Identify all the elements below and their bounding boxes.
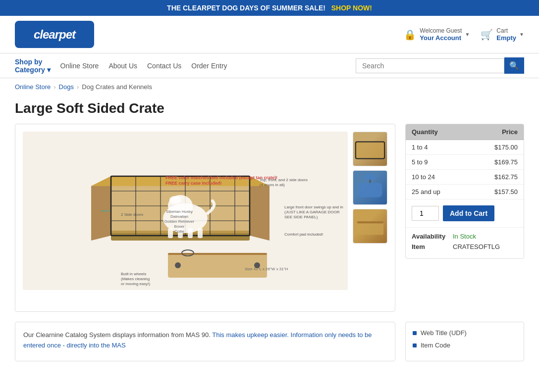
cart-top-label: Cart: [496, 27, 516, 34]
account-icon: 🔒: [403, 28, 417, 42]
svg-rect-27: [168, 253, 267, 278]
item-sku: CRATESOFTLG: [453, 243, 500, 250]
thumbnail-3[interactable]: [353, 209, 387, 244]
svg-point-52: [364, 174, 376, 180]
svg-text:Size 42"L x 28"W x 31"H: Size 42"L x 28"W x 31"H: [245, 267, 288, 271]
svg-rect-19: [188, 228, 193, 238]
pricing-price: $157.50: [469, 185, 524, 199]
search-input[interactable]: [356, 58, 504, 73]
cart-menu[interactable]: 🛒 Cart Empty ▼: [480, 27, 524, 42]
nav-online-store[interactable]: Online Store: [60, 62, 99, 70]
cart-main-label: Empty: [496, 34, 516, 42]
breadcrumb-sep-1: ›: [54, 83, 55, 91]
side-info-item-2: Item Code: [413, 342, 517, 349]
account-menu[interactable]: 🔒 Welcome Guest Your Account ▼: [403, 27, 470, 42]
add-to-cart-button[interactable]: Add to Cart: [443, 205, 494, 221]
thumbnail-2[interactable]: [353, 170, 387, 205]
svg-text:(JUST LIKE A GARAGE DOOR: (JUST LIKE A GARAGE DOOR: [284, 210, 340, 214]
svg-rect-17: [168, 228, 173, 238]
top-banner: THE CLEARPET DOG DAYS OF SUMMER SALE! SH…: [0, 0, 539, 16]
nav-about-us[interactable]: About Us: [108, 62, 137, 70]
bullet-icon-2: [413, 343, 417, 347]
svg-rect-54: [357, 221, 383, 223]
cart-dropdown-arrow: ▼: [519, 32, 524, 37]
breadcrumb-current: Dog Crates and Kennels: [82, 83, 152, 91]
svg-rect-50: [358, 183, 382, 197]
svg-text:Dalmatian: Dalmatian: [170, 214, 188, 219]
account-welcome: Welcome Guest: [420, 27, 462, 34]
breadcrumb-dogs[interactable]: Dogs: [59, 83, 74, 91]
price-header: Price: [469, 124, 524, 140]
svg-text:SEE SIDE PANEL): SEE SIDE PANEL): [284, 215, 318, 219]
logo[interactable]: clearpet: [15, 21, 94, 48]
pricing-range: 10 to 24: [406, 170, 469, 185]
pricing-row: 5 to 9$169.75: [406, 155, 524, 170]
svg-text:2 Side doors: 2 Side doors: [121, 212, 143, 217]
availability-row: Availability In Stock: [412, 233, 518, 240]
description-text: Our Clearnine Catalog System displays in…: [23, 330, 387, 351]
header-right: 🔒 Welcome Guest Your Account ▼ 🛒 Cart Em…: [403, 27, 524, 42]
nav-contact-us[interactable]: Contact Us: [147, 62, 181, 70]
lower-content: Our Clearnine Catalog System displays in…: [0, 322, 539, 371]
pricing-price: $169.75: [469, 155, 524, 170]
side-info-label-2: Item Code: [421, 342, 450, 349]
shop-now-link[interactable]: SHOP NOW!: [331, 4, 372, 12]
account-main: Your Account: [420, 34, 462, 42]
description-panel: Our Clearnine Catalog System displays in…: [15, 322, 395, 361]
item-row: Item CRATESOFTLG: [412, 243, 518, 250]
breadcrumb-online-store[interactable]: Online Store: [15, 83, 51, 91]
availability-label: Availability: [412, 233, 449, 240]
svg-text:Large front door swings up and: Large front door swings up and in: [284, 205, 343, 209]
cart-labels: Cart Empty: [496, 27, 516, 42]
search-bar: 🔍: [356, 57, 524, 74]
pricing-panel: Quantity Price 1 to 4$175.005 to 9$169.7…: [405, 124, 524, 259]
pricing-range: 1 to 4: [406, 140, 469, 155]
svg-text:Collie: Collie: [174, 229, 185, 234]
account-dropdown-arrow: ▼: [465, 32, 470, 37]
quantity-input[interactable]: [412, 206, 439, 221]
breadcrumb: Online Store › Dogs › Dog Crates and Ken…: [0, 78, 539, 96]
svg-text:Boxer: Boxer: [174, 224, 185, 229]
svg-text:(Makes cleaning: (Makes cleaning: [121, 277, 150, 281]
account-labels: Welcome Guest Your Account: [420, 27, 462, 42]
nav-bar: Shop byCategory ▾ Online Store About Us …: [0, 53, 539, 78]
svg-text:or moving easy!): or moving easy!): [121, 282, 150, 286]
main-content: Siberian Husky Dalmatian Golden Retrieve…: [0, 124, 539, 322]
side-info-panel: Web Title (UDF) Item Code: [405, 322, 524, 361]
thumbnail-1[interactable]: [353, 132, 387, 166]
add-to-cart-row: Add to Cart: [406, 199, 524, 227]
logo-text: clearpet: [34, 28, 75, 42]
svg-point-16: [169, 196, 181, 204]
pricing-price: $162.75: [469, 170, 524, 185]
svg-rect-53: [357, 221, 383, 235]
pricing-range: 5 to 9: [406, 155, 469, 170]
quantity-header: Quantity: [406, 124, 469, 140]
side-info-item-1: Web Title (UDF): [413, 329, 517, 337]
pricing-row: 25 and up$157.50: [406, 185, 524, 199]
main-image-area: Siberian Husky Dalmatian Golden Retrieve…: [23, 132, 348, 304]
pricing-range: 25 and up: [406, 185, 469, 199]
crate-svg: Siberian Husky Dalmatian Golden Retrieve…: [23, 132, 348, 290]
pricing-price: $175.00: [469, 140, 524, 155]
svg-rect-20: [198, 228, 203, 238]
search-button[interactable]: 🔍: [504, 57, 524, 74]
cart-icon: 🛒: [480, 28, 493, 42]
svg-text:Siberian Husky: Siberian Husky: [166, 209, 193, 214]
product-image-area: Siberian Husky Dalmatian Golden Retrieve…: [15, 124, 395, 312]
svg-text:FREE carry case included!: FREE carry case included!: [165, 181, 222, 186]
shop-by-category[interactable]: Shop byCategory ▾: [15, 58, 51, 74]
svg-text:Built in wheels: Built in wheels: [121, 272, 146, 276]
main-product-image[interactable]: Siberian Husky Dalmatian Golden Retrieve…: [23, 132, 348, 290]
svg-rect-48: [356, 142, 384, 158]
availability-value: In Stock: [453, 233, 476, 240]
header: clearpet 🔒 Welcome Guest Your Account ▼ …: [0, 16, 539, 53]
pricing-table: Quantity Price 1 to 4$175.005 to 9$169.7…: [406, 124, 524, 199]
breadcrumb-sep-2: ›: [77, 83, 79, 91]
item-label: Item: [412, 243, 449, 250]
pricing-row: 1 to 4$175.00: [406, 140, 524, 155]
bullet-icon-1: [413, 331, 417, 335]
page-title: Large Soft Sided Crate: [0, 96, 539, 124]
nav-order-entry[interactable]: Order Entry: [191, 62, 227, 70]
thumbnail-column: [353, 132, 387, 304]
svg-point-30: [175, 262, 181, 268]
